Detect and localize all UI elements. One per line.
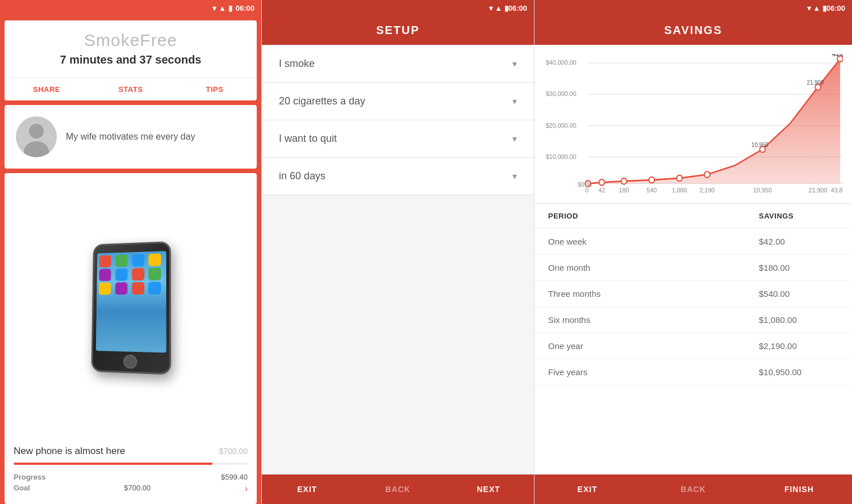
goal-info: New phone is almost here $700.00 [5,441,257,459]
table-row: Six months $1,080.00 [534,307,852,333]
status-icons-savings: ▾ ▲ ▮ [807,4,826,12]
app-icon-5 [99,269,111,282]
period-3: Three months [548,289,759,299]
chevron-down-icon-3: ▾ [512,133,517,144]
share-button[interactable]: SHARE [5,78,89,100]
table-row: Five years $10,950.00 [534,359,852,385]
savings-finish-button[interactable]: FINISH [746,485,852,494]
quit-label: I want to quit [279,133,337,145]
table-row: One month $180.00 [534,255,852,281]
svg-text:$40,000.00: $40,000.00 [546,59,577,66]
app-icon-2 [115,254,128,267]
table-row: One year $2,190.00 [534,333,852,359]
svg-text:10,950: 10,950 [751,141,769,148]
savings-6: $10,950.00 [759,367,838,377]
svg-text:1,080: 1,080 [672,187,687,194]
motivation-card: My wife motivates me every day [5,105,257,169]
app-icon-10 [115,282,128,295]
time-setup: 06:00 [508,4,527,12]
smoke-label: I smoke [279,58,315,70]
setup-row-quit[interactable]: I want to quit ▾ [262,120,534,158]
phone-shape [91,241,172,375]
status-bar-left: ▾ ▲ ▮ 06:00 [0,0,261,16]
signal-icon-savings: ▲ [813,4,820,12]
period-5: One year [548,341,759,351]
progress-label: Progress [14,473,45,481]
setup-row-smoke[interactable]: I smoke ▾ [262,45,534,83]
chevron-down-icon-4: ▾ [512,171,517,182]
period-4: Six months [548,315,759,325]
progress-row: Progress $599.40 [14,473,248,481]
motivation-content: My wife motivates me every day [5,105,257,169]
svg-text:21,900: 21,900 [809,187,828,194]
app-icon-7 [132,268,144,280]
svg-text:10,950: 10,950 [753,187,772,194]
table-header: PERIOD SAVINGS [534,204,852,229]
stats-button[interactable]: STATS [89,78,173,100]
data-point-5 [704,171,710,178]
svg-point-1 [29,124,44,138]
svg-text:$10,000.00: $10,000.00 [546,153,577,159]
period-6: Five years [548,367,759,377]
setup-exit-button[interactable]: EXIT [262,485,353,494]
signal-icon-setup: ▲ [495,4,502,12]
setup-row-days[interactable]: in 60 days ▾ [262,158,534,195]
svg-text:$0.00: $0.00 [578,181,592,187]
table-row: One week $42.00 [534,229,852,255]
status-bar-setup: ▾ ▲ ▮ 06:00 [262,0,534,16]
status-bar-savings: ▾ ▲ ▮ 06:00 [534,0,852,16]
tips-button[interactable]: TIPS [173,78,257,100]
setup-next-button[interactable]: NEXT [443,485,534,494]
goal-stats: Progress $599.40 Goal $700.00 › [5,468,257,504]
savings-exit-button[interactable]: EXIT [534,485,640,494]
svg-text:43,800: 43,800 [832,54,843,57]
left-panel: ▾ ▲ ▮ 06:00 SmokeFree 7 minutes and 37 s… [0,0,261,504]
signal-icon: ▲ [219,4,226,12]
savings-1: $42.00 [759,237,838,246]
savings-chart-svg: $40,000.00 $30,000.00 $20,000.00 $10,000… [544,54,843,199]
app-icon-11 [132,282,144,295]
card-actions: SHARE STATS TIPS [5,78,257,100]
battery-icon-setup: ▮ [504,4,508,12]
battery-icon-savings: ▮ [822,4,826,12]
chart-area-fill [588,59,840,184]
savings-title: Savings [534,16,852,45]
col-header-savings: SAVINGS [759,212,838,220]
goal-title: New phone is almost here [14,446,126,457]
setup-panel: ▾ ▲ ▮ 06:00 Setup I smoke ▾ 20 cigarette… [261,0,534,504]
goal-row: Goal $700.00 › [14,484,248,494]
time-left: 06:00 [236,4,254,12]
chevron-right-icon[interactable]: › [245,484,248,494]
setup-row-cigarettes[interactable]: 20 cigarettes a day ▾ [262,83,534,120]
svg-text:$20,000.00: $20,000.00 [546,121,577,128]
timer-display: 7 minutes and 37 seconds [16,53,245,66]
svg-text:$30,000.00: $30,000.00 [546,90,577,97]
svg-text:180: 180 [619,187,629,194]
goal-card: New phone is almost here $700.00 Progres… [5,173,257,504]
data-point-4 [676,175,682,182]
goal-value: $700.00 [124,484,151,494]
svg-text:21,900: 21,900 [807,79,824,86]
svg-text:2,190: 2,190 [699,187,715,194]
phone-home-btn [123,354,137,368]
savings-back-button[interactable]: BACK [640,485,746,494]
col-header-period: PERIOD [548,212,759,220]
setup-title: Setup [262,16,534,45]
table-row: Three months $540.00 [534,281,852,307]
chevron-down-icon-2: ▾ [512,96,517,107]
chevron-down-icon-1: ▾ [512,58,517,69]
setup-footer: EXIT BACK NEXT [262,474,534,504]
progress-fill [14,463,212,465]
savings-table: PERIOD SAVINGS One week $42.00 One month… [534,204,852,474]
app-icon-12 [148,282,161,294]
setup-back-button[interactable]: BACK [353,485,444,494]
app-icon-6 [115,268,128,281]
battery-icon: ▮ [228,4,232,12]
wifi-icon-savings: ▾ [807,4,811,12]
phone-image [5,173,257,441]
data-point-1 [599,179,605,186]
period-1: One week [548,237,759,246]
svg-text:540: 540 [646,187,657,194]
motivation-text: My wife motivates me every day [66,131,195,143]
app-icon-1 [99,255,111,267]
